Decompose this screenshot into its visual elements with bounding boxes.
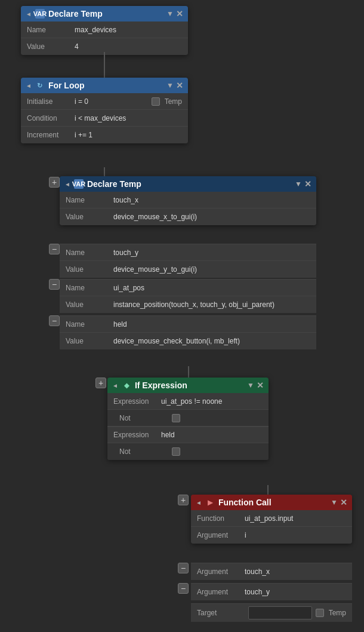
field-label: Value — [66, 337, 113, 345]
field-label: Value — [66, 265, 113, 274]
target-row: Target Temp — [191, 604, 352, 622]
field-value: touch_x — [245, 567, 346, 576]
field-label: Name — [27, 26, 75, 34]
declare-temp-1-title: Declare Temp — [48, 9, 163, 19]
field-value: touch_y — [113, 248, 310, 257]
field-label: Expression — [113, 397, 161, 406]
remove-arg-btn-1[interactable]: − — [178, 563, 189, 573]
field-row: Increment i += 1 — [21, 127, 188, 143]
for-loop-title: For Loop — [48, 81, 163, 90]
field-label: Name — [66, 196, 113, 204]
function-call-target: Target Temp — [191, 603, 352, 622]
if-icon: ◆ — [122, 381, 131, 390]
not-checkbox-2[interactable] — [172, 447, 180, 456]
declare-temp-2-header: ◄ VAR Declare Temp ▼ ✕ — [60, 176, 316, 192]
field-value: 4 — [75, 42, 182, 51]
declare-temp-1-body: Name max_devices Value 4 — [21, 22, 188, 55]
field-label: Name — [66, 248, 113, 257]
options-btn-if[interactable]: ▼ — [247, 381, 254, 389]
field-row: Function ui_at_pos.input — [191, 510, 352, 527]
remove-node-btn-2[interactable]: − — [49, 279, 60, 290]
field-label: Condition — [27, 114, 75, 122]
field-value: device_mouse_check_button(i, mb_left) — [113, 337, 310, 345]
var-icon-2: VAR — [74, 179, 84, 189]
field-label: Argument — [197, 567, 245, 576]
close-btn-loop[interactable]: ✕ — [176, 81, 183, 90]
func-icon: ▶ — [205, 498, 215, 507]
field-row: Initialise i = 0 Temp — [21, 93, 188, 110]
field-value: ui_at_pos — [113, 284, 310, 292]
close-btn-1[interactable]: ✕ — [176, 9, 183, 19]
close-btn-2[interactable]: ✕ — [304, 179, 311, 189]
target-input[interactable] — [248, 606, 312, 619]
options-btn-1[interactable]: ▼ — [166, 10, 174, 18]
declare-temp-2-extra-3: Name held Value device_mouse_check_butto… — [60, 315, 316, 349]
field-value: ui_at_pos != noone — [161, 397, 263, 406]
not-label-2: Not — [119, 447, 167, 456]
field-value: i < max_devices — [75, 114, 182, 122]
close-btn-if[interactable]: ✕ — [257, 381, 264, 390]
field-row: Value device_mouse_check_button(i, mb_le… — [60, 333, 316, 349]
field-row: Expression ui_at_pos != noone — [107, 393, 269, 410]
field-label: Value — [27, 42, 75, 51]
field-label: Argument — [197, 531, 245, 539]
collapse-btn-func[interactable]: ◄ — [196, 499, 202, 506]
field-label: Value — [66, 213, 113, 221]
target-temp-label: Temp — [329, 609, 346, 617]
remove-arg-btn-2[interactable]: − — [178, 583, 189, 594]
field-row: Name touch_y — [60, 244, 316, 261]
declare-temp-2-extra-1: Name touch_y Value device_mouse_y_to_gui… — [60, 244, 316, 278]
for-loop-node: ◄ ↻ For Loop ▼ ✕ Initialise i = 0 Temp C… — [21, 78, 188, 143]
for-loop-body: Initialise i = 0 Temp Condition i < max_… — [21, 93, 188, 143]
field-value: ui_at_pos.input — [245, 514, 346, 523]
options-btn-2[interactable]: ▼ — [295, 180, 302, 188]
field-row: Argument touch_x — [191, 563, 352, 580]
field-value: touch_x — [113, 196, 310, 204]
field-row: Value device_mouse_x_to_gui(i) — [60, 208, 316, 225]
field-row: Name ui_at_pos — [60, 280, 316, 296]
temp-checkbox-1[interactable] — [152, 97, 160, 106]
field-row: Name max_devices — [21, 22, 188, 38]
field-row: Argument touch_y — [191, 584, 352, 600]
collapse-btn-1[interactable]: ◄ — [26, 11, 32, 17]
field-label: Function — [197, 514, 245, 523]
field-value: instance_position(touch_x, touch_y, obj_… — [113, 300, 310, 309]
field-row: Expression held — [107, 427, 269, 443]
declare-temp-2-extra-2: Name ui_at_pos Value instance_position(t… — [60, 279, 316, 313]
function-call-title: Function Call — [218, 498, 327, 507]
field-label: Name — [66, 284, 113, 292]
declare-temp-1-node: ◄ VAR Declare Temp ▼ ✕ Name max_devices … — [21, 6, 188, 55]
field-label: Value — [66, 300, 113, 309]
add-node-btn-2[interactable]: + — [95, 378, 106, 388]
field-row: Value instance_position(touch_x, touch_y… — [60, 296, 316, 313]
declare-temp-2-title: Declare Temp — [87, 179, 291, 189]
declare-temp-2-node: ◄ VAR Declare Temp ▼ ✕ Name touch_x Valu… — [60, 176, 316, 225]
not-checkbox-1[interactable] — [172, 414, 180, 422]
add-node-btn-1[interactable]: + — [49, 177, 60, 188]
collapse-btn-if[interactable]: ◄ — [112, 382, 118, 389]
not-label-1: Not — [119, 414, 167, 422]
options-btn-func[interactable]: ▼ — [331, 498, 338, 507]
remove-node-btn-1[interactable]: − — [49, 244, 60, 254]
collapse-btn-loop[interactable]: ◄ — [26, 82, 32, 89]
options-btn-loop[interactable]: ▼ — [166, 81, 174, 90]
function-call-extra-2: Argument touch_y — [191, 583, 352, 600]
field-row: Argument i — [191, 527, 352, 544]
field-value: touch_y — [245, 588, 346, 596]
field-label: Argument — [197, 588, 245, 596]
close-btn-func[interactable]: ✕ — [340, 498, 347, 507]
temp-label-1: Temp — [165, 97, 182, 106]
field-value: i = 0 — [75, 97, 147, 106]
target-label: Target — [197, 609, 245, 617]
target-temp-checkbox[interactable] — [316, 609, 324, 617]
if-expression-body: Expression ui_at_pos != noone Not Expres… — [107, 393, 269, 460]
loop-icon: ↻ — [35, 81, 45, 90]
collapse-btn-2[interactable]: ◄ — [64, 181, 70, 188]
field-value: device_mouse_x_to_gui(i) — [113, 213, 310, 221]
field-value: held — [161, 431, 263, 439]
field-row: Not — [107, 410, 269, 427]
declare-temp-1-header: ◄ VAR Declare Temp ▼ ✕ — [21, 6, 188, 22]
remove-node-btn-3[interactable]: − — [49, 315, 60, 326]
field-value: i += 1 — [75, 131, 182, 139]
add-node-btn-3[interactable]: + — [178, 495, 189, 505]
